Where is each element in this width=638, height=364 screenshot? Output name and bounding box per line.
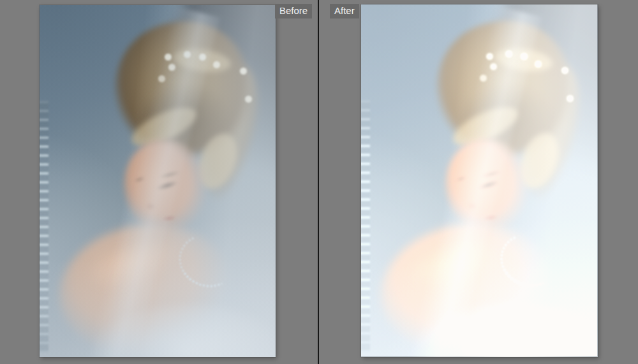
photo-art <box>40 5 276 357</box>
after-image[interactable] <box>361 4 598 357</box>
before-label: Before <box>275 4 312 18</box>
photo-layer-veil-haze <box>40 5 276 357</box>
before-image[interactable] <box>40 5 276 357</box>
divider-line <box>318 0 319 364</box>
before-after-compare-view: Before After <box>0 0 638 364</box>
after-label: After <box>330 4 359 18</box>
after-exposure-wash <box>361 4 598 357</box>
